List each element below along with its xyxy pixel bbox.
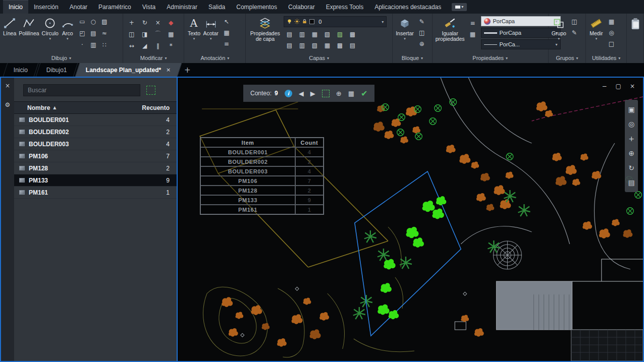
restore-button[interactable]: ▢ (616, 83, 621, 90)
array-icon[interactable]: ▦ (166, 29, 177, 39)
ribbon-tab-complementos[interactable]: Complementos (231, 0, 283, 14)
panel-label-capas[interactable]: Capas ▾ (246, 53, 392, 63)
layer-off-icon[interactable]: ▤ (284, 29, 295, 39)
layer-properties-button[interactable]: Propiedades de capa (249, 16, 281, 42)
explode-icon[interactable]: * (166, 40, 177, 51)
properties-list-icon[interactable]: ≡ (467, 18, 478, 28)
file-tab[interactable]: Dibujo1 (36, 63, 78, 77)
create-block-icon[interactable]: ◫ (416, 27, 427, 38)
ribbon-tab-paramétrico[interactable]: Paramétrico (93, 0, 137, 14)
text-button[interactable]: A Texto ▾ (187, 16, 200, 41)
insert-button[interactable]: Insertar ▾ (396, 16, 414, 41)
layer-state-icon[interactable]: ▩ (334, 40, 345, 50)
panel-label-portapapeles[interactable] (627, 53, 643, 63)
ribbon-tab-inicio[interactable]: Inicio (3, 0, 28, 14)
layer-lock-icon[interactable]: ▧ (321, 29, 333, 39)
rectangle-icon[interactable]: ▭ (77, 16, 88, 27)
divide-icon[interactable]: ∷ (99, 39, 110, 50)
workspace-overflow-button[interactable]: ▾ (452, 3, 467, 11)
match-properties-button[interactable]: Igualar propiedades (436, 16, 465, 42)
panel-label-modificar[interactable]: Modificar ▾ (123, 53, 184, 63)
drawing-canvas[interactable]: Conteo: 9 i◀▶⊕▦✔ −▢× ▣◎+⊕↻▤ ItemCountBOU… (177, 78, 643, 361)
ribbon-tab-express-tools[interactable]: Express Tools (320, 0, 369, 14)
count-table-row[interactable]: BOULDER0034 (14, 138, 177, 150)
minimize-button[interactable]: − (602, 83, 607, 90)
count-table-row[interactable]: PM1067 (14, 150, 177, 162)
select-objects-icon[interactable] (322, 90, 330, 97)
polyline-button[interactable]: Polilínea (19, 16, 39, 36)
panel-label-propiedades[interactable]: Propiedades ▾ (433, 53, 548, 63)
group-edit-icon[interactable]: ✎ (569, 27, 580, 38)
layer-current-icon[interactable]: ▨ (334, 29, 345, 39)
count-table-row[interactable]: PM1611 (14, 187, 177, 199)
zoom-icon[interactable]: ⊕ (628, 149, 634, 157)
new-tab-button[interactable]: + (181, 63, 194, 77)
search-input[interactable] (23, 84, 140, 96)
count-table-row[interactable]: BOULDER0014 (14, 114, 177, 126)
layer-walk-icon[interactable]: ▦ (321, 40, 333, 50)
circle-button[interactable]: Círculo ▾ (42, 16, 59, 41)
info-icon[interactable]: i (285, 90, 292, 97)
rotate-icon[interactable]: ↻ (139, 17, 150, 28)
count-column-header[interactable]: Recuento (142, 104, 177, 111)
arc-button[interactable]: Arco ▾ (61, 16, 74, 41)
leader-icon[interactable]: ↖ (221, 16, 232, 27)
copy-icon[interactable]: ◫ (126, 29, 137, 39)
group-button[interactable]: Grupo ▾ (552, 16, 566, 41)
measure-button[interactable]: Medir ▾ (589, 16, 603, 41)
layer-unlock-icon[interactable]: ▧ (309, 40, 320, 50)
next-arrow-icon[interactable]: ▶ (310, 90, 315, 97)
panel-label-utilidades[interactable]: Utilidades ▾ (586, 53, 626, 63)
palette-settings-icon[interactable]: ⚙ (5, 101, 11, 108)
stretch-icon[interactable]: ↔ (126, 40, 137, 51)
annotative-icon[interactable]: ▦ (467, 29, 478, 39)
palette-close-icon[interactable]: × (5, 82, 10, 89)
quick-select-icon[interactable]: □ (606, 38, 617, 49)
close-button[interactable]: × (630, 83, 635, 90)
tab-close-icon[interactable]: × (166, 67, 171, 73)
hatch-icon[interactable]: ▨ (99, 16, 110, 27)
file-tab[interactable]: Landscape Plan_updated*× (75, 63, 181, 77)
count-table-row[interactable]: PM1282 (14, 162, 177, 174)
layer-isolate-icon[interactable]: ▥ (296, 29, 307, 39)
pan-icon[interactable]: + (628, 135, 634, 143)
layer-merge-icon[interactable]: ▤ (347, 40, 358, 50)
base-point-icon[interactable]: ⊕ (416, 38, 427, 49)
count-table-row[interactable]: BOULDER0022 (14, 126, 177, 138)
point-icon[interactable]: · (77, 39, 88, 50)
ribbon-tab-colaborar[interactable]: Colaborar (283, 0, 320, 14)
dimension-button[interactable]: Acotar ▾ (203, 16, 218, 41)
layer-match-icon[interactable]: ▩ (347, 29, 358, 39)
region-icon[interactable]: ▤ (88, 28, 99, 38)
layer-thaw-icon[interactable]: ▥ (296, 40, 307, 50)
ribbon-tab-inserción[interactable]: Inserción (28, 0, 64, 14)
create-table-icon[interactable]: ▦ (348, 90, 354, 97)
erase-icon[interactable]: ◆ (166, 17, 177, 28)
spline-icon[interactable]: ≈ (99, 28, 110, 38)
ribbon-tab-anotar[interactable]: Anotar (64, 0, 93, 14)
panel-label-grupos[interactable]: Grupos ▾ (549, 53, 586, 63)
panel-label-dibujo[interactable]: Dibujo ▾ (0, 53, 123, 63)
panel-label-bloque[interactable]: Bloque ▾ (393, 53, 432, 63)
offset-icon[interactable]: ∥ (152, 40, 164, 51)
viewcube-icon[interactable]: ▣ (628, 105, 634, 113)
fillet-icon[interactable]: ⌒ (152, 29, 164, 39)
show-motion-icon[interactable]: ▤ (628, 178, 634, 187)
ribbon-tab-salida[interactable]: Salida (203, 0, 231, 14)
scale-icon[interactable]: ◢ (139, 40, 150, 51)
select-objects-icon[interactable] (146, 86, 155, 95)
layer-freeze-icon[interactable]: ▦ (309, 29, 320, 39)
ribbon-tab-aplicaciones-destacadas[interactable]: Aplicaciones destacadas (369, 0, 447, 14)
table-icon[interactable]: ▦ (221, 27, 232, 38)
mirror-icon[interactable]: ◨ (139, 29, 150, 39)
layer-dropdown[interactable]: 0 ▾ (284, 16, 387, 27)
ungroup-icon[interactable]: ◫ (569, 16, 580, 27)
boundary-icon[interactable]: ◰ (77, 28, 88, 38)
file-tab[interactable]: Inicio (3, 63, 39, 77)
name-column-header[interactable]: Nombre ▲ (14, 104, 57, 111)
move-icon[interactable]: + (126, 17, 137, 28)
finish-count-icon[interactable]: ✔ (361, 89, 367, 98)
edit-block-icon[interactable]: ✎ (416, 16, 427, 27)
count-table-row[interactable]: PM1339 (14, 174, 177, 187)
id-point-icon[interactable]: ◎ (606, 27, 617, 38)
